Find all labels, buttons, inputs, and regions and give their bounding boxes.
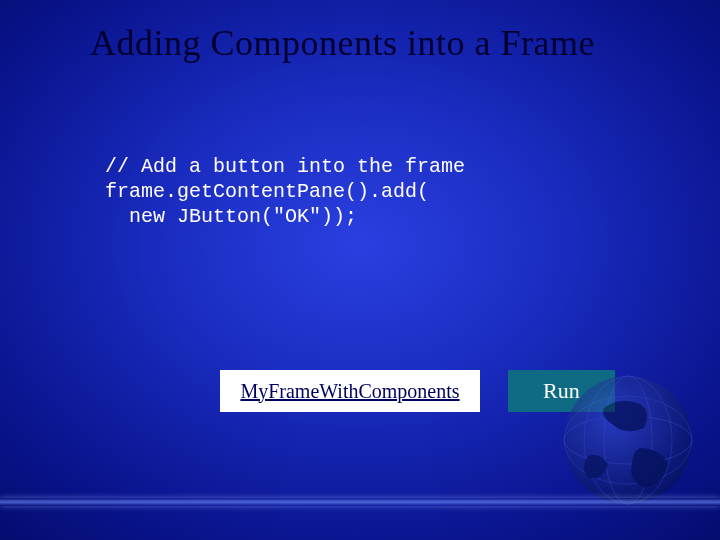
code-block: // Add a button into the frame frame.get… — [105, 154, 680, 229]
divider-stripe — [0, 498, 720, 506]
source-link-button[interactable]: MyFrameWithComponents — [220, 370, 480, 412]
buttons-row: MyFrameWithComponents Run — [220, 370, 615, 412]
slide-title: Adding Components into a Frame — [90, 22, 680, 64]
svg-point-1 — [564, 416, 692, 464]
slide: Adding Components into a Frame // Add a … — [0, 0, 720, 540]
run-button[interactable]: Run — [508, 370, 615, 412]
